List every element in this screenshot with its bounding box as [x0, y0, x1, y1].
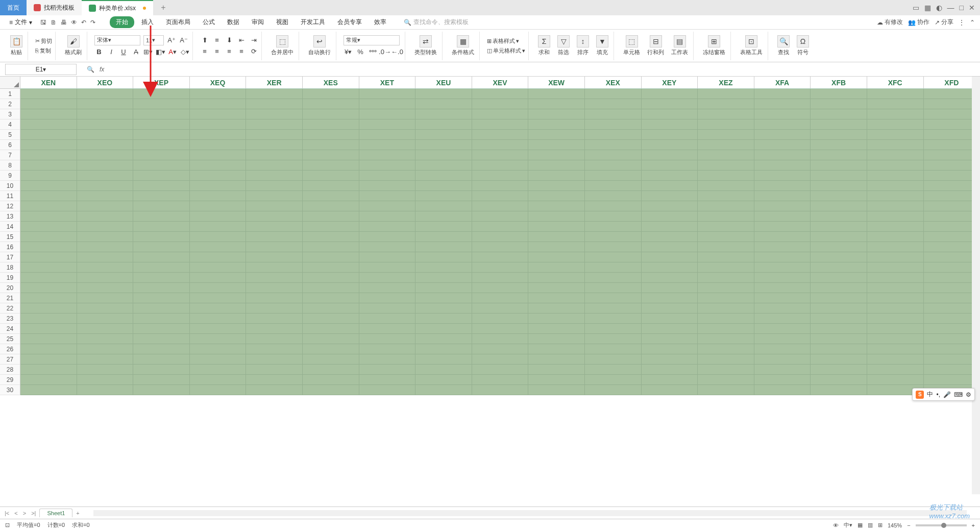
cell[interactable]: [642, 273, 698, 282]
cell[interactable]: [867, 150, 924, 160]
ime-mic-icon[interactable]: 🎤: [943, 391, 951, 398]
cell[interactable]: [359, 283, 416, 293]
tab-templates[interactable]: 找稻壳模板: [27, 0, 82, 15]
cell[interactable]: [359, 119, 416, 129]
cell[interactable]: [642, 303, 698, 313]
cell[interactable]: [528, 293, 585, 303]
cell[interactable]: [811, 283, 867, 293]
cell[interactable]: [246, 324, 303, 333]
cell[interactable]: [642, 385, 698, 395]
has-changes-link[interactable]: ☁ 有修改: [877, 18, 903, 27]
cell[interactable]: [642, 130, 698, 139]
cell[interactable]: [415, 119, 472, 129]
cell[interactable]: [811, 242, 867, 252]
cell[interactable]: [415, 293, 472, 303]
row-header[interactable]: 4: [0, 119, 20, 130]
zoom-level[interactable]: 145%: [888, 522, 902, 528]
cell[interactable]: [811, 293, 867, 303]
minimize-button[interactable]: —: [947, 4, 954, 12]
cell[interactable]: [867, 201, 924, 211]
cell[interactable]: [472, 201, 529, 211]
cell[interactable]: [867, 232, 924, 242]
cell[interactable]: [642, 160, 698, 170]
cell[interactable]: [754, 130, 811, 139]
cell[interactable]: [133, 293, 190, 303]
cell[interactable]: [528, 365, 585, 374]
cell[interactable]: [528, 191, 585, 201]
cell[interactable]: [754, 109, 811, 119]
cell[interactable]: [472, 262, 529, 272]
cell[interactable]: [133, 334, 190, 344]
cell[interactable]: [811, 119, 867, 129]
cell[interactable]: [698, 385, 754, 395]
cell[interactable]: [585, 365, 642, 374]
cell[interactable]: [811, 130, 867, 139]
ribbon-tab-start[interactable]: 开始: [110, 16, 134, 28]
cell[interactable]: [133, 89, 190, 99]
column-header[interactable]: XFA: [754, 77, 811, 88]
cell[interactable]: [754, 99, 811, 109]
italic-button[interactable]: I: [107, 47, 116, 57]
cell[interactable]: [754, 385, 811, 395]
cell[interactable]: [359, 140, 416, 150]
cell[interactable]: [528, 313, 585, 323]
cell[interactable]: [303, 150, 359, 160]
cell[interactable]: [811, 211, 867, 221]
cell[interactable]: [133, 119, 190, 129]
cell[interactable]: [415, 109, 472, 119]
column-header[interactable]: XET: [359, 77, 416, 88]
cut-button[interactable]: ✂ 剪切: [35, 37, 52, 45]
cell[interactable]: [811, 181, 867, 190]
cell[interactable]: [415, 344, 472, 354]
cell[interactable]: [642, 365, 698, 374]
cell[interactable]: [303, 375, 359, 384]
row-header[interactable]: 5: [0, 130, 20, 140]
cell[interactable]: [528, 232, 585, 242]
cell[interactable]: [77, 89, 134, 99]
cell[interactable]: [698, 171, 754, 180]
cell[interactable]: [472, 99, 529, 109]
cell[interactable]: [359, 242, 416, 252]
cell[interactable]: [811, 160, 867, 170]
cell[interactable]: [359, 324, 416, 333]
cell[interactable]: [133, 324, 190, 333]
cell[interactable]: [811, 375, 867, 384]
cell[interactable]: [20, 232, 77, 242]
cell[interactable]: [642, 171, 698, 180]
cell[interactable]: [585, 160, 642, 170]
cell[interactable]: [303, 293, 359, 303]
cell[interactable]: [642, 293, 698, 303]
cell[interactable]: [77, 262, 134, 272]
column-header[interactable]: XEN: [20, 77, 77, 88]
cell[interactable]: [528, 262, 585, 272]
cell[interactable]: [642, 262, 698, 272]
cell[interactable]: [585, 283, 642, 293]
share-link[interactable]: ↗ 分享: [935, 18, 953, 27]
row-header[interactable]: 16: [0, 242, 20, 252]
cell[interactable]: [867, 375, 924, 384]
cell[interactable]: [472, 232, 529, 242]
cell[interactable]: [359, 303, 416, 313]
row-header[interactable]: 8: [0, 160, 20, 171]
align-center-icon[interactable]: ≡: [212, 47, 222, 56]
column-header[interactable]: XEV: [472, 77, 529, 88]
cell[interactable]: [528, 222, 585, 231]
cell[interactable]: [528, 242, 585, 252]
ribbon-tab-review[interactable]: 审阅: [247, 16, 269, 29]
sort-button[interactable]: ↕排序: [575, 35, 591, 56]
cell[interactable]: [77, 130, 134, 139]
column-header[interactable]: XEU: [415, 77, 472, 88]
cell[interactable]: [246, 211, 303, 221]
cell[interactable]: [642, 191, 698, 201]
cell[interactable]: [811, 334, 867, 344]
cell[interactable]: [754, 140, 811, 150]
cell[interactable]: [811, 303, 867, 313]
cell[interactable]: [77, 293, 134, 303]
cell[interactable]: [867, 365, 924, 374]
cell[interactable]: [585, 334, 642, 344]
cell[interactable]: [698, 324, 754, 333]
more-icon[interactable]: ⋮: [959, 19, 965, 26]
eye-icon[interactable]: 👁: [833, 522, 839, 528]
cell[interactable]: [867, 262, 924, 272]
cell[interactable]: [303, 99, 359, 109]
